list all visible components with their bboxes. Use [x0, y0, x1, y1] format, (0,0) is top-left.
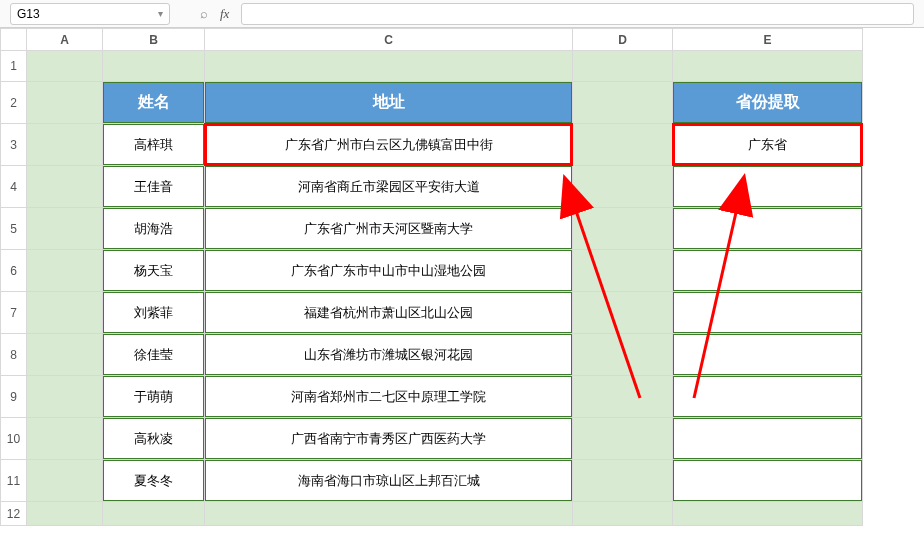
row-header-8[interactable]: 8 [1, 334, 27, 376]
cell-D7[interactable] [573, 292, 673, 334]
col-header-D[interactable]: D [573, 29, 673, 51]
row-header-6[interactable]: 6 [1, 250, 27, 292]
row-header-7[interactable]: 7 [1, 292, 27, 334]
cell-A4[interactable] [27, 166, 103, 208]
cell-C4[interactable]: 河南省商丘市梁园区平安街大道 [205, 166, 573, 208]
cell-A11[interactable] [27, 460, 103, 502]
row-header-9[interactable]: 9 [1, 376, 27, 418]
cell-A10[interactable] [27, 418, 103, 460]
select-all-corner[interactable] [1, 29, 27, 51]
cell-E2[interactable]: 省份提取 [673, 82, 863, 124]
row-header-4[interactable]: 4 [1, 166, 27, 208]
cell-B8[interactable]: 徐佳莹 [103, 334, 205, 376]
cell-D6[interactable] [573, 250, 673, 292]
cell-B6[interactable]: 杨天宝 [103, 250, 205, 292]
cell-D9[interactable] [573, 376, 673, 418]
cell-C8[interactable]: 山东省潍坊市潍城区银河花园 [205, 334, 573, 376]
cell-C12[interactable] [205, 502, 573, 526]
cell-A12[interactable] [27, 502, 103, 526]
row-header-5[interactable]: 5 [1, 208, 27, 250]
formula-input[interactable] [241, 3, 914, 25]
fx-icon[interactable]: fx [220, 6, 229, 22]
cell-D12[interactable] [573, 502, 673, 526]
row-header-1[interactable]: 1 [1, 51, 27, 82]
cell-B12[interactable] [103, 502, 205, 526]
cell-E12[interactable] [673, 502, 863, 526]
cell-B3[interactable]: 高梓琪 [103, 124, 205, 166]
cell-B9[interactable]: 于萌萌 [103, 376, 205, 418]
data-name-0: 高梓琪 [103, 124, 204, 165]
name-box[interactable]: G13 ▾ [10, 3, 170, 25]
spreadsheet-grid[interactable]: A B C D E 1 2 姓名 地址 省份提取 [0, 28, 863, 526]
cell-B10[interactable]: 高秋凌 [103, 418, 205, 460]
cell-B7[interactable]: 刘紫菲 [103, 292, 205, 334]
cell-E11[interactable] [673, 460, 863, 502]
cell-B4[interactable]: 王佳音 [103, 166, 205, 208]
cell-A1[interactable] [27, 51, 103, 82]
cell-D2[interactable] [573, 82, 673, 124]
col-header-E[interactable]: E [673, 29, 863, 51]
row-header-2[interactable]: 2 [1, 82, 27, 124]
col-header-B[interactable]: B [103, 29, 205, 51]
cell-C10[interactable]: 广西省南宁市青秀区广西医药大学 [205, 418, 573, 460]
cell-E8[interactable] [673, 334, 863, 376]
cell-B1[interactable] [103, 51, 205, 82]
data-extract-0: 广东省 [673, 124, 862, 165]
cell-B11[interactable]: 夏冬冬 [103, 460, 205, 502]
header-addr: 地址 [205, 82, 572, 123]
cell-D3[interactable] [573, 124, 673, 166]
cell-A8[interactable] [27, 334, 103, 376]
data-addr-6: 河南省郑州市二七区中原理工学院 [205, 376, 572, 417]
cell-D4[interactable] [573, 166, 673, 208]
cell-C6[interactable]: 广东省广东市中山市中山湿地公园 [205, 250, 573, 292]
data-name-1: 王佳音 [103, 166, 204, 207]
cell-A3[interactable] [27, 124, 103, 166]
data-extract-2 [673, 208, 862, 249]
cell-D10[interactable] [573, 418, 673, 460]
row-header-3[interactable]: 3 [1, 124, 27, 166]
header-name: 姓名 [103, 82, 204, 123]
cell-E7[interactable] [673, 292, 863, 334]
cell-A6[interactable] [27, 250, 103, 292]
cell-A5[interactable] [27, 208, 103, 250]
cell-C7[interactable]: 福建省杭州市萧山区北山公园 [205, 292, 573, 334]
cell-D5[interactable] [573, 208, 673, 250]
cell-E5[interactable] [673, 208, 863, 250]
row-header-10[interactable]: 10 [1, 418, 27, 460]
cell-C3[interactable]: 广东省广州市白云区九佛镇富田中街 [205, 124, 573, 166]
data-addr-0: 广东省广州市白云区九佛镇富田中街 [205, 124, 572, 165]
row-header-12[interactable]: 12 [1, 502, 27, 526]
cell-B5[interactable]: 胡海浩 [103, 208, 205, 250]
cell-E1[interactable] [673, 51, 863, 82]
cell-D8[interactable] [573, 334, 673, 376]
cell-C2[interactable]: 地址 [205, 82, 573, 124]
cell-A2[interactable] [27, 82, 103, 124]
cell-E9[interactable] [673, 376, 863, 418]
chevron-down-icon[interactable]: ▾ [158, 8, 163, 19]
data-name-5: 徐佳莹 [103, 334, 204, 375]
cell-C9[interactable]: 河南省郑州市二七区中原理工学院 [205, 376, 573, 418]
data-addr-7: 广西省南宁市青秀区广西医药大学 [205, 418, 572, 459]
cell-E6[interactable] [673, 250, 863, 292]
cell-E3[interactable]: 广东省 [673, 124, 863, 166]
col-header-C[interactable]: C [205, 29, 573, 51]
row-header-11[interactable]: 11 [1, 460, 27, 502]
cell-A7[interactable] [27, 292, 103, 334]
search-icon[interactable]: ⌕ [200, 6, 208, 21]
cell-B2[interactable]: 姓名 [103, 82, 205, 124]
cell-C5[interactable]: 广东省广州市天河区暨南大学 [205, 208, 573, 250]
cell-C1[interactable] [205, 51, 573, 82]
data-name-2: 胡海浩 [103, 208, 204, 249]
cell-E4[interactable] [673, 166, 863, 208]
cell-A9[interactable] [27, 376, 103, 418]
cell-D11[interactable] [573, 460, 673, 502]
data-addr-4: 福建省杭州市萧山区北山公园 [205, 292, 572, 333]
cell-E10[interactable] [673, 418, 863, 460]
data-addr-3: 广东省广东市中山市中山湿地公园 [205, 250, 572, 291]
cell-C11[interactable]: 海南省海口市琼山区上邦百汇城 [205, 460, 573, 502]
data-extract-1 [673, 166, 862, 207]
cell-D1[interactable] [573, 51, 673, 82]
data-extract-4 [673, 292, 862, 333]
col-header-A[interactable]: A [27, 29, 103, 51]
data-name-6: 于萌萌 [103, 376, 204, 417]
